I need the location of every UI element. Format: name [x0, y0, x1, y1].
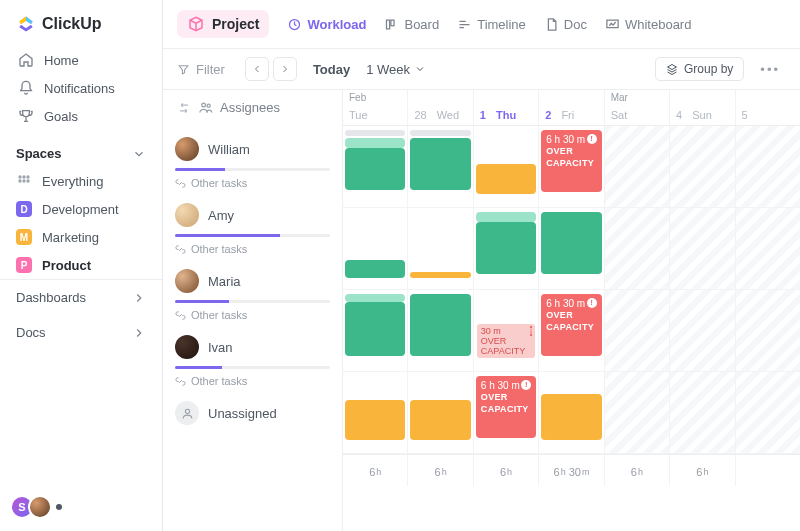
nav-docs[interactable]: Docs [0, 315, 162, 350]
warning-icon: ! [521, 380, 531, 390]
svg-point-10 [202, 103, 206, 107]
assignee-row[interactable]: Ivan Other tasks [163, 327, 342, 393]
other-tasks-toggle[interactable]: Other tasks [175, 375, 330, 387]
nav-goals[interactable]: Goals [8, 102, 154, 130]
task-block[interactable] [410, 272, 470, 278]
svg-point-0 [19, 176, 21, 178]
task-block[interactable] [345, 294, 405, 302]
task-block[interactable] [345, 148, 405, 190]
grid-icon [16, 173, 32, 189]
tab-board-label: Board [404, 17, 439, 32]
tab-whiteboard[interactable]: Whiteboard [605, 17, 691, 32]
workload-lane: 6 h 30 mOVER CAPACITY! [343, 126, 800, 208]
task-block[interactable] [345, 138, 405, 148]
space-development[interactable]: D Development [0, 195, 162, 223]
next-button[interactable] [273, 57, 297, 81]
spaces-header[interactable]: Spaces [0, 136, 162, 167]
task-block[interactable] [410, 400, 470, 440]
project-label: Project [212, 16, 259, 32]
overcapacity-block[interactable]: 6 h 30 mOVER CAPACITY! [541, 294, 601, 356]
total-cell: 6h [669, 455, 734, 486]
assignee-name: Unassigned [208, 406, 277, 421]
trophy-icon [18, 108, 34, 124]
task-block[interactable] [476, 212, 536, 222]
space-development-label: Development [42, 202, 119, 217]
groupby-label: Group by [684, 62, 733, 76]
space-product[interactable]: P Product [0, 251, 162, 279]
assignee-name: Maria [208, 274, 241, 289]
brand-name: ClickUp [42, 15, 102, 33]
toolbar: Filter Today 1 Week Group by ••• [163, 49, 800, 90]
user-corner[interactable]: S [0, 483, 162, 531]
filter-icon [177, 63, 190, 76]
svg-point-11 [207, 104, 210, 107]
task-block[interactable] [410, 294, 470, 356]
home-icon [18, 52, 34, 68]
warning-icon: ! [530, 326, 533, 336]
brand-row: ClickUp [0, 0, 162, 44]
spaces-header-label: Spaces [16, 146, 62, 161]
total-cell: 6h [604, 455, 669, 486]
task-block[interactable] [476, 164, 536, 194]
workload-lane: 30 mOVER CAPACITY! 6 h 30 mOVER CAPACITY… [343, 290, 800, 372]
space-development-badge: D [16, 201, 32, 217]
total-cell: 6h 30m [538, 455, 603, 486]
tab-workload[interactable]: Workload [287, 17, 366, 32]
bell-icon [18, 80, 34, 96]
assignee-row[interactable]: Amy Other tasks [163, 195, 342, 261]
link-icon [175, 310, 186, 321]
space-marketing[interactable]: M Marketing [0, 223, 162, 251]
today-button[interactable]: Today [313, 62, 350, 77]
tab-timeline[interactable]: Timeline [457, 17, 526, 32]
month-label: Feb [349, 92, 366, 103]
nav-notifications[interactable]: Notifications [8, 74, 154, 102]
assignee-row[interactable]: Maria Other tasks [163, 261, 342, 327]
assignee-row-unassigned[interactable]: Unassigned [163, 393, 342, 431]
space-everything[interactable]: Everything [0, 167, 162, 195]
nav-goals-label: Goals [44, 109, 78, 124]
calendar-grid: FebTue 28Wed 1Thu 2Fri MarSat 4Sun 5 6 h… [343, 90, 800, 531]
overcapacity-block[interactable]: 6 h 30 mOVER CAPACITY! [476, 376, 536, 438]
capacity-bar [175, 300, 330, 303]
nav-docs-label: Docs [16, 325, 46, 340]
task-block[interactable] [345, 400, 405, 440]
groupby-button[interactable]: Group by [655, 57, 744, 81]
assignees-header[interactable]: Assignees [163, 90, 342, 129]
task-block[interactable] [345, 130, 405, 136]
task-block[interactable] [410, 130, 470, 136]
other-tasks-toggle[interactable]: Other tasks [175, 177, 330, 189]
chevron-right-icon [132, 326, 146, 340]
nav-home[interactable]: Home [8, 46, 154, 74]
svg-point-12 [185, 409, 189, 413]
swap-icon [177, 101, 191, 115]
task-block[interactable] [410, 138, 470, 190]
task-block[interactable] [345, 302, 405, 356]
other-tasks-toggle[interactable]: Other tasks [175, 309, 330, 321]
task-block[interactable] [541, 394, 601, 440]
overcapacity-block[interactable]: 6 h 30 mOVER CAPACITY! [541, 130, 601, 192]
svg-point-2 [27, 176, 29, 178]
task-block[interactable] [476, 222, 536, 274]
timeline-icon [457, 17, 472, 32]
space-marketing-badge: M [16, 229, 32, 245]
date-pager [245, 57, 297, 81]
other-tasks-toggle[interactable]: Other tasks [175, 243, 330, 255]
project-chip[interactable]: Project [177, 10, 269, 38]
avatar [175, 203, 199, 227]
tab-timeline-label: Timeline [477, 17, 526, 32]
tab-board[interactable]: Board [384, 17, 439, 32]
range-picker[interactable]: 1 Week [366, 62, 426, 77]
prev-button[interactable] [245, 57, 269, 81]
task-block[interactable] [345, 260, 405, 278]
total-cell [735, 455, 800, 486]
more-menu-button[interactable]: ••• [754, 62, 786, 77]
nav-dashboards[interactable]: Dashboards [0, 280, 162, 315]
task-block[interactable] [541, 212, 601, 274]
filter-button[interactable]: Filter [177, 62, 225, 77]
tab-workload-label: Workload [307, 17, 366, 32]
nav-home-label: Home [44, 53, 79, 68]
avatar [175, 335, 199, 359]
overcapacity-mini[interactable]: 30 mOVER CAPACITY! [477, 324, 535, 358]
assignee-row[interactable]: William Other tasks [163, 129, 342, 195]
tab-doc[interactable]: Doc [544, 17, 587, 32]
